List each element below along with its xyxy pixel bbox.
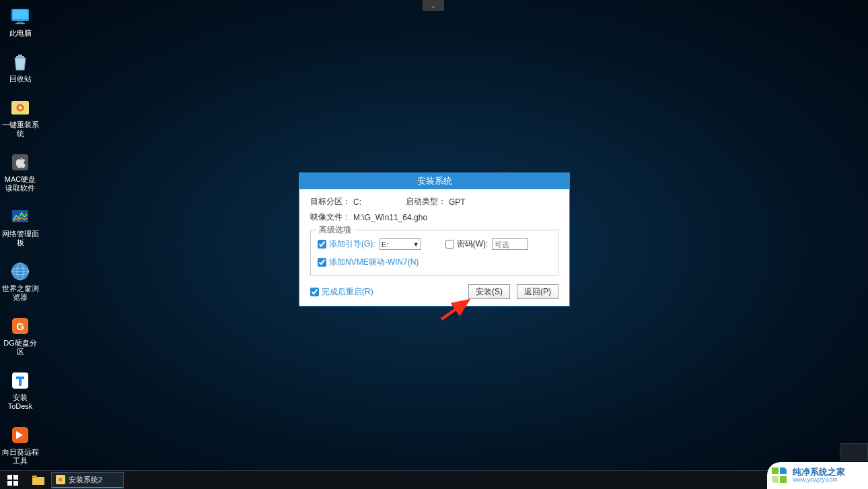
dialog-body: 目标分区： C: 启动类型： GPT 映像文件： M:\G_Win11_64.g…	[299, 189, 569, 284]
svg-rect-1	[13, 10, 28, 19]
taskbar: 安装系统2	[0, 470, 868, 489]
svg-rect-2	[17, 22, 24, 23]
watermark-url: www.ycwjzy.com	[793, 477, 845, 484]
install-button[interactable]: 安装(S)	[468, 284, 510, 299]
pc-icon	[9, 5, 31, 27]
start-button[interactable]	[0, 471, 26, 490]
boot-type-label: 启动类型：	[406, 196, 446, 207]
desktop-icon-label: 一键重装系统	[1, 121, 39, 138]
add-boot-checkbox[interactable]: 添加引导(G):	[318, 238, 375, 250]
svg-rect-23	[13, 481, 18, 486]
watermark-logo-icon	[771, 467, 789, 484]
desktop-icon-label: DG硬盘分区	[1, 339, 39, 356]
corner-artifact	[840, 443, 868, 461]
svg-rect-25	[32, 476, 37, 478]
dialog-footer: 完成后重启(R) 安装(S) 返回(P)	[299, 284, 569, 306]
password-input[interactable]	[492, 238, 528, 250]
back-button[interactable]: 返回(P)	[517, 284, 558, 299]
row-target-boot: 目标分区： C: 启动类型： GPT	[310, 196, 558, 207]
desktop-icon-label: 回收站	[9, 75, 32, 84]
row-image: 映像文件： M:\G_Win11_64.gho	[310, 211, 558, 223]
watermark: 纯净系统之家 www.ycwjzy.com	[767, 462, 868, 489]
desktop-icon-todesk[interactable]: 安装ToDesk	[1, 370, 39, 411]
image-file-value: M:\G_Win11_64.gho	[353, 213, 427, 222]
desktop-icon-net[interactable]: 网络管理面板	[1, 206, 39, 247]
dialog-title[interactable]: 安装系统	[299, 173, 569, 189]
advanced-row-1: 添加引导(G): E: ▼ 密码(W):	[318, 238, 551, 250]
reboot-after-checkbox[interactable]: 完成后重启(R)	[310, 286, 373, 298]
install-dialog: 安装系统 目标分区： C: 启动类型： GPT 映像文件： M:\G_Win11…	[299, 172, 570, 306]
taskbar-task-install[interactable]: 安装系统2	[51, 472, 124, 488]
sunflower-icon	[9, 424, 31, 446]
add-nvme-check-input[interactable]	[318, 258, 326, 267]
task-app-icon	[56, 475, 65, 484]
advanced-legend: 高级选项	[316, 224, 354, 236]
recycle-icon	[9, 51, 31, 73]
svg-rect-21	[13, 475, 18, 480]
file-explorer-button[interactable]	[26, 471, 51, 490]
svg-rect-3	[15, 23, 25, 24]
svg-rect-22	[7, 481, 12, 486]
svg-point-27	[59, 478, 62, 481]
password-label: 密码(W):	[457, 238, 489, 250]
add-boot-select[interactable]: E: ▼	[379, 238, 421, 250]
password-checkbox[interactable]: 密码(W):	[445, 238, 489, 250]
boot-type-value: GPT	[449, 197, 466, 207]
desktop-icon-label: MAC硬盘读取软件	[1, 175, 39, 193]
chevron-down-icon: ▼	[413, 241, 419, 248]
svg-rect-20	[7, 475, 12, 480]
desktop-icon-pc[interactable]: 此电脑	[1, 5, 39, 38]
desktop-icon-dg[interactable]: G DG硬盘分区	[1, 315, 39, 356]
desktop-icon-mac[interactable]: MAC硬盘读取软件	[1, 152, 39, 193]
svg-point-8	[19, 106, 22, 109]
image-file-label: 映像文件：	[310, 211, 351, 223]
task-item-label: 安装系统2	[69, 475, 102, 485]
dg-icon: G	[9, 315, 31, 337]
reboot-after-check-input[interactable]	[310, 288, 319, 296]
add-boot-label: 添加引导(G):	[329, 238, 375, 250]
password-check-input[interactable]	[445, 240, 454, 249]
desktop-icon-install[interactable]: 一键重装系统	[1, 97, 39, 138]
desktop-icon-label: 世界之窗浏览器	[1, 284, 39, 302]
desktop-icon-label: 安装ToDesk	[1, 393, 39, 411]
svg-text:G: G	[16, 321, 24, 332]
target-partition-value: C:	[353, 197, 361, 207]
target-partition-label: 目标分区：	[310, 196, 351, 207]
watermark-text: 纯净系统之家 www.ycwjzy.com	[793, 467, 845, 484]
gear-icon	[9, 97, 31, 119]
watermark-title: 纯净系统之家	[793, 467, 845, 477]
desktop-icon-browser[interactable]: 世界之窗浏览器	[1, 261, 39, 302]
svg-rect-4	[16, 56, 24, 58]
desktop-icon-sunflower[interactable]: 向日葵远程工具	[1, 424, 39, 465]
netpanel-icon	[9, 206, 31, 228]
chevron-down-icon: ⌄	[431, 2, 436, 9]
desktop-icon-label: 网络管理面板	[1, 230, 39, 247]
reboot-after-label: 完成后重启(R)	[322, 286, 373, 298]
browser-icon	[9, 261, 31, 282]
advanced-row-2: 添加NVME驱动-WIN7(N)	[318, 257, 551, 269]
desktop-icon-recycle[interactable]: 回收站	[1, 51, 39, 84]
svg-rect-5	[18, 55, 22, 56]
top-chevron-handle[interactable]: ⌄	[423, 0, 444, 11]
apple-icon	[9, 152, 31, 173]
add-boot-value: E:	[382, 240, 388, 249]
add-nvme-checkbox[interactable]: 添加NVME驱动-WIN7(N)	[318, 257, 419, 268]
add-boot-check-input[interactable]	[318, 240, 326, 249]
desktop-icons: 此电脑 回收站 一键重装系统 MAC硬盘读取软件 网络管理面板 世界之窗浏览器 …	[1, 5, 39, 465]
desktop-icon-label: 此电脑	[9, 29, 32, 38]
add-nvme-label: 添加NVME驱动-WIN7(N)	[329, 257, 419, 268]
todesk-icon	[9, 370, 31, 391]
advanced-options-fieldset: 高级选项 添加引导(G): E: ▼ 密码(W):	[310, 230, 558, 276]
desktop-icon-label: 向日葵远程工具	[1, 448, 39, 465]
